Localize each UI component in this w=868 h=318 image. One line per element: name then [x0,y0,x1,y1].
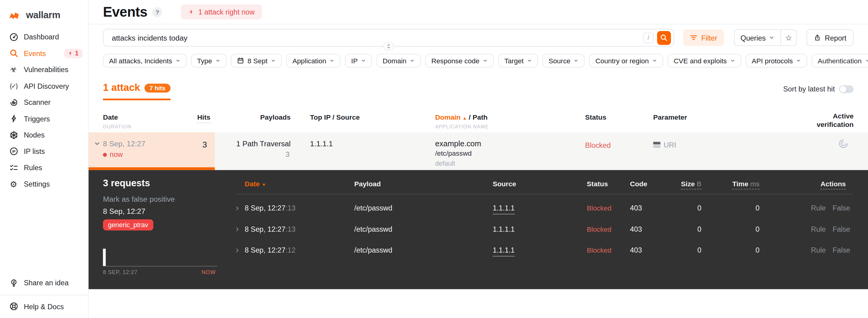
request-row[interactable]: 8 Sep, 12:27:13 /etc/passwd 1.1.1.1 Bloc… [89,198,868,219]
app: wallarm Dashboard Events 1 ☣ [0,0,868,318]
sidebar-item-ip-lists[interactable]: IP IP lists [0,143,88,160]
attack-application: default [435,160,455,168]
sidebar-item-settings[interactable]: ⚙ Settings [0,176,88,192]
sidebar-item-share-idea[interactable]: Share an idea [0,275,88,291]
help-icon[interactable]: ? [152,7,162,17]
content: / Filter Queries [89,24,868,289]
filter-chip-domain[interactable]: Domain [376,54,421,67]
sort-by-latest-hit: Sort by latest hit [783,85,854,93]
sort-toggle[interactable] [839,85,854,93]
attack-hits: 3 [172,140,207,149]
tab-attacks[interactable]: 1 attack 7 hits [103,82,170,100]
sidebar-item-label: IP lists [24,147,45,155]
req-time: 0 [722,240,760,261]
slash-shortcut-hint: / [643,32,654,43]
col-date[interactable]: Date [103,114,118,121]
report-button[interactable]: Report [807,29,854,46]
page-header: Events ? 1 attack right now [89,0,868,24]
req-col-size[interactable]: Size B [664,180,702,188]
lightbulb-icon [9,278,18,288]
req-action-false[interactable]: False [833,240,850,261]
filter-chip-attacks-incidents[interactable]: All attacks, Incidents [103,54,186,67]
req-source[interactable]: 1.1.1.1 [493,240,515,261]
attack-payload-count: 3 [224,150,290,158]
filter-button[interactable]: Filter [683,29,724,46]
attack-top-ip[interactable]: 1.1.1.1 [310,140,333,148]
filter-chip-application[interactable]: Application [286,54,341,67]
req-col-time[interactable]: Time ms [722,180,760,188]
req-action-rule[interactable]: Rule [811,219,826,240]
req-action-false[interactable]: False [833,198,850,219]
sidebar-item-scanner[interactable]: Scanner [0,94,88,111]
attack-status: Blocked [585,141,611,149]
attack-alert-badge[interactable]: 1 attack right now [181,4,262,19]
chevron-down-icon [769,35,774,40]
col-application-sub: APPLICATION NAME [435,124,489,129]
req-source[interactable]: 1.1.1.1 [493,219,515,240]
sidebar-item-rules[interactable]: Rules [0,160,88,176]
req-col-actions[interactable]: Actions [808,180,846,188]
braces-check-icon: {✓} [9,81,18,91]
collapse-row-icon[interactable] [94,141,100,147]
page-title: Events [103,4,147,20]
attacks-table-header: Date DURATION Hits Payloads Top IP / Sou… [89,112,868,132]
expand-request-icon[interactable] [235,240,240,253]
sort-label: Sort by latest hit [783,85,835,93]
expand-request-icon[interactable] [235,198,240,211]
queries-button[interactable]: Queries [735,30,781,46]
req-payload: /etc/passwd [354,219,393,240]
col-hits[interactable]: Hits [172,114,210,121]
attack-date-cell[interactable]: 8 Sep, 12:27 now 3 [89,132,215,170]
sidebar-item-events[interactable]: Events 1 [0,45,88,61]
filter-chip-cve[interactable]: CVE and exploits [668,54,741,67]
req-action-false[interactable]: False [833,219,850,240]
request-row[interactable]: 8 Sep, 12:27:13 /etc/passwd 1.1.1.1 Bloc… [89,219,868,240]
filter-chip-country[interactable]: Country or region [589,54,663,67]
req-col-status: Status [587,180,608,188]
biohazard-icon: ☣ [9,65,18,74]
sidebar-item-dashboard[interactable]: Dashboard [0,29,88,45]
filter-chip-target[interactable]: Target [498,54,538,67]
req-date: 8 Sep, 12:27:12 [245,240,296,261]
live-dot-icon [103,153,107,157]
req-source[interactable]: 1.1.1.1 [493,198,515,219]
col-domain-path[interactable]: Domain ▲ / Path [435,114,488,121]
filter-chip-ip[interactable]: IP [345,54,372,67]
attack-domain[interactable]: example.com [435,139,481,148]
timeline-axis [103,266,218,266]
magnifier-icon [9,49,18,58]
filter-chip-date[interactable]: 8 Sept [231,54,282,67]
col-parameter: Parameter [653,114,687,121]
req-action-rule[interactable]: Rule [811,240,826,261]
sidebar-item-vulnerabilities[interactable]: ☣ Vulnerabilities [0,61,88,78]
sidebar-item-triggers[interactable]: Triggers [0,111,88,127]
req-date: 8 Sep, 12:27:13 [245,198,296,219]
filter-chip-api-protocols[interactable]: API protocols [746,54,807,67]
sidebar-item-label: Events [24,49,46,57]
search-input[interactable] [111,33,643,42]
brand-logo[interactable]: wallarm [0,0,88,27]
filter-chip-type[interactable]: Type [191,54,226,67]
filter-chip-authentication[interactable]: Authentication [812,54,868,67]
sidebar-item-api-discovery[interactable]: {✓} API Discovery [0,78,88,94]
sidebar-item-help-docs[interactable]: Help & Docs [0,298,88,315]
col-active-verification: Active verification [797,112,854,129]
search-expand-toggle[interactable] [383,42,394,50]
sidebar-footer: Share an idea Help & Docs [0,275,88,315]
chevron-down-icon [216,58,220,63]
attack-path[interactable]: /etc/passwd [435,150,472,157]
req-action-rule[interactable]: Rule [811,198,826,219]
lightning-icon [188,8,194,16]
filter-chip-source[interactable]: Source [542,54,585,67]
expand-request-icon[interactable] [235,219,240,232]
attack-row[interactable]: 8 Sep, 12:27 now 3 1 Path Traversal 3 1.… [89,132,868,170]
chevron-down-icon [796,58,801,63]
favorite-star-button[interactable]: ☆ [781,30,796,46]
request-row[interactable]: 8 Sep, 12:27:12 /etc/passwd 1.1.1.1 Bloc… [89,240,868,261]
search-button[interactable] [657,31,671,45]
req-col-date[interactable]: Date ▼ [245,180,266,188]
chevron-down-icon [527,58,532,63]
filter-chip-response-code[interactable]: Response code [425,54,494,67]
sidebar-item-nodes[interactable]: Nodes [0,127,88,143]
active-verification-icon[interactable] [838,138,849,149]
